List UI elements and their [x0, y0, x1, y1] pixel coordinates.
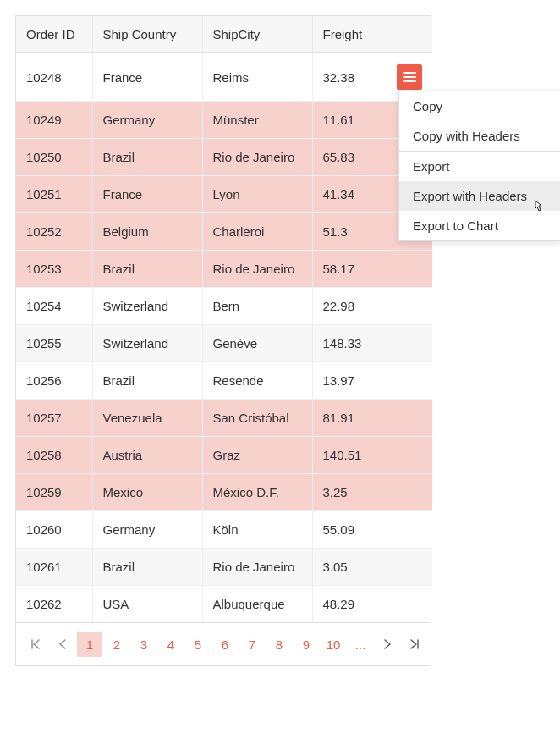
cell-order-id: 10255: [16, 325, 92, 362]
table-row[interactable]: 10251FranceLyon41.34: [16, 176, 432, 213]
cell-ship-country: Switzerland: [92, 288, 202, 325]
cell-order-id: 10248: [16, 53, 92, 102]
cell-order-id: 10256: [16, 362, 92, 400]
cell-ship-country: Switzerland: [92, 325, 202, 362]
cell-ship-city: Reims: [202, 53, 312, 102]
context-menu-item[interactable]: Copy with Headers: [399, 121, 560, 151]
cell-freight: 140.51: [312, 437, 432, 474]
column-header-order-id[interactable]: Order ID: [16, 16, 92, 53]
pager-prev-button[interactable]: [50, 632, 75, 657]
cell-ship-country: France: [92, 53, 202, 102]
table-row[interactable]: 10255SwitzerlandGenève148.33: [16, 325, 432, 362]
pager-ellipsis[interactable]: ...: [348, 632, 373, 657]
pager-page-button[interactable]: 5: [185, 632, 211, 657]
cell-ship-country: Venezuela: [92, 400, 202, 437]
cell-freight: 48.29: [312, 586, 432, 623]
pager-page-button[interactable]: 2: [104, 632, 129, 657]
row-menu-button[interactable]: [397, 64, 422, 90]
pager-page-button[interactable]: 10: [321, 632, 346, 657]
cell-ship-city: Lyon: [202, 176, 312, 213]
pager-page-button[interactable]: 1: [77, 632, 102, 657]
pager-page-button[interactable]: 3: [131, 632, 156, 657]
cell-order-id: 10251: [16, 176, 92, 213]
pagination: 12345678910 ...: [16, 622, 431, 665]
cell-ship-country: Germany: [92, 511, 202, 549]
cell-freight: 13.97: [312, 362, 432, 400]
cell-order-id: 10252: [16, 213, 92, 251]
cell-order-id: 10262: [16, 586, 92, 623]
cell-ship-city: México D.F.: [202, 474, 312, 511]
context-menu-item[interactable]: Export with Headers: [399, 181, 560, 211]
cell-freight: 55.09: [312, 511, 432, 549]
table-row[interactable]: 10254SwitzerlandBern22.98: [16, 288, 432, 325]
context-menu-item[interactable]: Export: [399, 152, 560, 181]
column-header-freight[interactable]: Freight: [312, 16, 432, 53]
cell-ship-country: France: [92, 176, 202, 213]
pager-next-button[interactable]: [375, 632, 400, 657]
cell-ship-city: Bern: [202, 288, 312, 325]
cell-freight: 81.91: [312, 400, 432, 437]
context-menu: CopyCopy with HeadersExportExport with H…: [398, 91, 560, 241]
cell-order-id: 10259: [16, 474, 92, 511]
cell-freight: 3.05: [312, 549, 432, 586]
cell-ship-country: Brazil: [92, 362, 202, 400]
orders-table: Order ID Ship Country ShipCity Freight 1…: [16, 16, 432, 622]
cell-ship-city: Albuquerque: [202, 586, 312, 623]
table-row[interactable]: 10261BrazilRio de Janeiro3.05: [16, 549, 432, 586]
table-row[interactable]: 10253BrazilRio de Janeiro58.17: [16, 251, 432, 288]
table-row[interactable]: 10250BrazilRio de Janeiro65.83: [16, 139, 432, 176]
table-row[interactable]: 10248FranceReims32.38: [16, 53, 432, 102]
cell-freight: 58.17: [312, 251, 432, 288]
cell-ship-city: Münster: [202, 102, 312, 139]
cell-order-id: 10261: [16, 549, 92, 586]
cell-ship-city: San Cristóbal: [202, 400, 312, 437]
table-row[interactable]: 10257VenezuelaSan Cristóbal81.91: [16, 400, 432, 437]
column-header-ship-city[interactable]: ShipCity: [202, 16, 312, 53]
cell-ship-city: Genève: [202, 325, 312, 362]
context-menu-item[interactable]: Copy: [399, 91, 560, 121]
cell-order-id: 10249: [16, 102, 92, 139]
table-row[interactable]: 10260GermanyKöln55.09: [16, 511, 432, 549]
cell-freight: 3.25: [312, 474, 432, 511]
pager-page-button[interactable]: 4: [158, 632, 184, 657]
table-row[interactable]: 10256BrazilResende13.97: [16, 362, 432, 400]
table-row[interactable]: 10258AustriaGraz140.51: [16, 437, 432, 474]
cell-ship-country: Mexico: [92, 474, 202, 511]
cell-freight: 148.33: [312, 325, 432, 362]
cell-ship-country: Brazil: [92, 139, 202, 176]
cell-ship-city: Resende: [202, 362, 312, 400]
data-grid: Order ID Ship Country ShipCity Freight 1…: [15, 15, 431, 666]
cell-ship-country: Belgium: [92, 213, 202, 251]
cell-ship-city: Köln: [202, 511, 312, 549]
cell-order-id: 10254: [16, 288, 92, 325]
hamburger-icon: [403, 71, 416, 83]
context-menu-item[interactable]: Export to Chart: [399, 211, 560, 240]
cell-ship-city: Charleroi: [202, 213, 312, 251]
cell-ship-city: Rio de Janeiro: [202, 251, 312, 288]
pager-last-button[interactable]: [402, 632, 427, 657]
freight-value: 32.38: [323, 70, 355, 85]
cell-order-id: 10250: [16, 139, 92, 176]
cell-order-id: 10260: [16, 511, 92, 549]
column-header-ship-country[interactable]: Ship Country: [92, 16, 202, 53]
table-row[interactable]: 10252BelgiumCharleroi51.3: [16, 213, 432, 251]
cell-order-id: 10257: [16, 400, 92, 437]
cell-ship-country: Austria: [92, 437, 202, 474]
cell-ship-city: Rio de Janeiro: [202, 139, 312, 176]
cell-order-id: 10253: [16, 251, 92, 288]
table-row[interactable]: 10249GermanyMünster11.61: [16, 102, 432, 139]
table-header-row: Order ID Ship Country ShipCity Freight: [16, 16, 432, 53]
cell-ship-city: Rio de Janeiro: [202, 549, 312, 586]
cell-ship-country: USA: [92, 586, 202, 623]
pager-page-button[interactable]: 7: [239, 632, 265, 657]
cell-ship-city: Graz: [202, 437, 312, 474]
pager-page-button[interactable]: 8: [266, 632, 292, 657]
cell-ship-country: Brazil: [92, 251, 202, 288]
pager-page-button[interactable]: 9: [294, 632, 319, 657]
table-row[interactable]: 10262USAAlbuquerque48.29: [16, 586, 432, 623]
pager-first-button[interactable]: [23, 632, 48, 657]
cell-ship-country: Brazil: [92, 549, 202, 586]
cell-ship-country: Germany: [92, 102, 202, 139]
table-row[interactable]: 10259MexicoMéxico D.F.3.25: [16, 474, 432, 511]
pager-page-button[interactable]: 6: [212, 632, 238, 657]
